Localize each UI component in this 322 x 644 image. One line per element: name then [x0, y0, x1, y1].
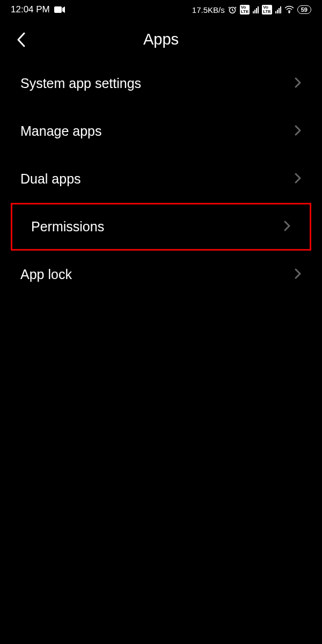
chevron-right-icon	[294, 124, 302, 139]
menu-item-app-lock[interactable]: App lock	[0, 251, 322, 298]
signal-icon-2	[275, 6, 281, 13]
chevron-right-icon	[294, 172, 302, 187]
back-button[interactable]	[16, 31, 27, 48]
alarm-icon	[228, 5, 237, 14]
battery-indicator: 59	[297, 5, 311, 14]
status-right: 17.5KB/s VoLTE VoLTE 59	[192, 5, 311, 14]
camera-icon	[54, 6, 65, 13]
lte-badge-1: VoLTE	[240, 5, 250, 14]
wifi-icon	[284, 6, 294, 13]
menu-label: System app settings	[20, 76, 141, 91]
chevron-right-icon	[294, 76, 302, 91]
lte-badge-2: VoLTE	[262, 5, 272, 14]
menu-item-permissions[interactable]: Permissions	[11, 203, 311, 251]
network-speed: 17.5KB/s	[192, 5, 225, 14]
menu-label: App lock	[20, 267, 72, 282]
status-bar: 12:04 PM 17.5KB/s VoLTE VoLTE	[0, 0, 322, 19]
status-time: 12:04 PM	[11, 4, 50, 15]
menu-item-dual-apps[interactable]: Dual apps	[0, 155, 322, 203]
menu-item-manage-apps[interactable]: Manage apps	[0, 107, 322, 155]
header: Apps	[0, 19, 322, 60]
svg-point-2	[289, 12, 290, 13]
signal-icon-1	[253, 6, 259, 13]
chevron-right-icon	[294, 267, 302, 282]
menu-list: System app settings Manage apps Dual app…	[0, 60, 322, 298]
page-title: Apps	[16, 31, 306, 48]
svg-rect-0	[54, 6, 62, 13]
chevron-right-icon	[283, 219, 291, 235]
menu-label: Dual apps	[20, 171, 81, 187]
menu-label: Permissions	[31, 219, 104, 235]
menu-label: Manage apps	[20, 123, 102, 139]
status-left: 12:04 PM	[11, 4, 65, 15]
menu-item-system-app-settings[interactable]: System app settings	[0, 60, 322, 107]
